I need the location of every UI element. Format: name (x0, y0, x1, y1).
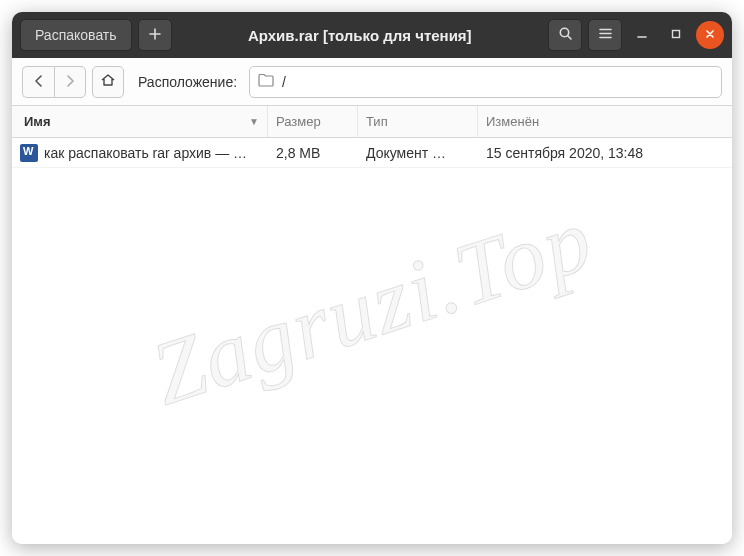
minimize-icon (636, 26, 648, 44)
new-tab-button[interactable] (138, 19, 172, 51)
column-header-modified[interactable]: Изменён (478, 106, 732, 137)
menu-button[interactable] (588, 19, 622, 51)
minimize-button[interactable] (628, 21, 656, 49)
file-name: как распаковать rar архив — … (44, 145, 247, 161)
back-button[interactable] (22, 66, 54, 98)
cell-name: как распаковать rar архив — … (12, 144, 268, 162)
window-title: Архив.rar [только для чтения] (178, 27, 542, 44)
column-header-size[interactable]: Размер (268, 106, 358, 137)
file-list: как распаковать rar архив — … 2,8 MB Док… (12, 138, 732, 544)
column-header-type[interactable]: Тип (358, 106, 478, 137)
maximize-icon (670, 26, 682, 44)
forward-button[interactable] (54, 66, 86, 98)
location-bar: Расположение: / (12, 58, 732, 106)
path-text: / (282, 74, 286, 90)
location-label: Расположение: (138, 74, 237, 90)
svg-rect-1 (673, 31, 680, 38)
cell-type: Документ … (358, 145, 478, 161)
column-header-name[interactable]: Имя ▼ (12, 106, 268, 137)
chevron-left-icon (34, 73, 44, 91)
plus-icon (148, 27, 162, 44)
table-header: Имя ▼ Размер Тип Изменён (12, 106, 732, 138)
extract-button[interactable]: Распаковать (20, 19, 132, 51)
cell-size: 2,8 MB (268, 145, 358, 161)
close-button[interactable] (696, 21, 724, 49)
home-button[interactable] (92, 66, 124, 98)
search-button[interactable] (548, 19, 582, 51)
sort-indicator-down-icon: ▼ (249, 116, 259, 127)
search-icon (558, 26, 573, 44)
maximize-button[interactable] (662, 21, 690, 49)
folder-icon (258, 73, 274, 91)
hamburger-icon (598, 26, 613, 44)
word-document-icon (20, 144, 38, 162)
chevron-right-icon (65, 73, 75, 91)
table-row[interactable]: как распаковать rar архив — … 2,8 MB Док… (12, 138, 732, 168)
titlebar: Распаковать Архив.rar [только для чтения… (12, 12, 732, 58)
nav-group (22, 66, 86, 98)
column-label: Имя (24, 114, 51, 129)
archive-manager-window: Распаковать Архив.rar [только для чтения… (12, 12, 732, 544)
close-icon (704, 26, 716, 44)
cell-modified: 15 сентября 2020, 13:48 (478, 145, 732, 161)
home-icon (100, 72, 116, 92)
path-input[interactable]: / (249, 66, 722, 98)
